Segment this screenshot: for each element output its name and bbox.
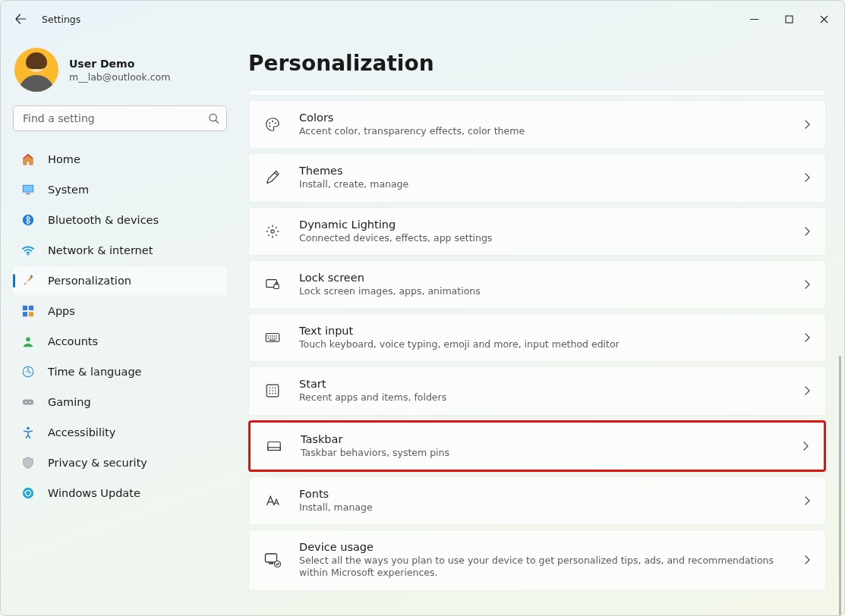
sidebar: User Demo m__lab@outlook.com Home System…	[1, 37, 235, 615]
chevron-right-icon	[802, 386, 812, 395]
setting-row-themes[interactable]: Themes Install, create, manage	[248, 153, 826, 202]
palette-icon	[263, 115, 282, 134]
svg-point-46	[270, 391, 271, 392]
svg-rect-10	[23, 312, 27, 316]
sidebar-item-label: Time & language	[48, 366, 142, 378]
lockscreen-icon	[263, 275, 282, 294]
svg-rect-0	[786, 16, 793, 23]
setting-row-colors[interactable]: Colors Accent color, transparency effect…	[248, 100, 826, 149]
setting-title: Lock screen	[299, 272, 786, 284]
settings-list: Colors Accent color, transparency effect…	[248, 90, 826, 591]
sidebar-item-accessibility[interactable]: Accessibility	[13, 418, 227, 447]
sidebar-item-gaming[interactable]: Gaming	[13, 388, 227, 416]
person-icon	[20, 334, 36, 349]
sidebar-item-home[interactable]: Home	[13, 145, 227, 174]
sidebar-item-accounts[interactable]: Accounts	[13, 327, 227, 356]
window-controls	[736, 7, 841, 31]
svg-point-6	[27, 253, 29, 255]
sidebar-nav: Home System Bluetooth & devices Network …	[13, 145, 227, 508]
setting-desc: Select all the ways you plan to use your…	[299, 555, 785, 580]
sidebar-item-label: Accounts	[48, 335, 98, 347]
sidebar-item-label: Windows Update	[48, 487, 140, 499]
setting-row-text-input[interactable]: Text input Touch keyboard, voice typing,…	[248, 313, 826, 362]
svg-point-27	[272, 235, 273, 236]
fonts-icon	[263, 491, 282, 511]
chevron-right-icon	[802, 227, 812, 236]
svg-point-23	[271, 230, 274, 233]
svg-rect-39	[274, 338, 275, 338]
sidebar-item-label: Privacy & security	[48, 457, 147, 469]
svg-rect-8	[23, 306, 27, 310]
profile-email: m__lab@outlook.com	[69, 71, 170, 83]
titlebar: Settings	[1, 1, 844, 37]
sidebar-item-windows-update[interactable]: Windows Update	[13, 479, 227, 508]
setting-row-dynamic-lighting[interactable]: Dynamic Lighting Connected devices, effe…	[248, 207, 826, 256]
close-icon	[820, 15, 828, 24]
clock-globe-icon	[20, 364, 36, 379]
setting-row-start[interactable]: Start Recent apps and items, folders	[248, 366, 826, 415]
chevron-right-icon	[801, 442, 810, 451]
setting-row-taskbar[interactable]: Taskbar Taskbar behaviors, system pins	[248, 420, 826, 472]
svg-rect-31	[268, 335, 269, 336]
svg-rect-41	[269, 340, 276, 341]
setting-title: Dynamic Lighting	[299, 218, 786, 231]
sidebar-item-system[interactable]: System	[13, 175, 227, 204]
svg-rect-32	[270, 335, 270, 336]
sidebar-item-apps[interactable]: Apps	[13, 297, 227, 325]
setting-title: Colors	[299, 112, 786, 124]
svg-point-21	[275, 122, 276, 124]
close-button[interactable]	[806, 7, 841, 31]
profile-name: User Demo	[69, 58, 170, 70]
setting-desc: Accent color, transparency effects, colo…	[299, 125, 786, 137]
setting-row-device-usage[interactable]: Device usage Select all the ways you pla…	[248, 530, 826, 591]
svg-point-20	[272, 121, 273, 122]
main-content: Personalization Colors Accent color, tra…	[235, 37, 844, 615]
minimize-button[interactable]	[736, 7, 771, 31]
svg-point-17	[27, 427, 30, 430]
setting-row-sliver[interactable]	[248, 90, 826, 96]
sidebar-item-bluetooth[interactable]: Bluetooth & devices	[13, 206, 227, 234]
setting-title: Themes	[299, 165, 786, 177]
svg-point-25	[277, 231, 278, 231]
sidebar-item-time-language[interactable]: Time & language	[13, 357, 227, 386]
page-title: Personalization	[248, 51, 826, 76]
svg-rect-11	[29, 312, 33, 316]
setting-row-lock-screen[interactable]: Lock screen Lock screen images, apps, an…	[248, 260, 826, 309]
avatar	[14, 48, 58, 92]
svg-rect-33	[272, 335, 273, 336]
svg-rect-40	[276, 338, 277, 338]
svg-rect-3	[24, 186, 33, 192]
wifi-icon	[20, 243, 36, 258]
taskbar-icon	[264, 436, 284, 456]
setting-row-fonts[interactable]: Fonts Install, manage	[248, 476, 826, 525]
setting-desc: Taskbar behaviors, system pins	[301, 447, 784, 459]
sidebar-item-privacy[interactable]: Privacy & security	[13, 448, 227, 477]
window-title: Settings	[42, 14, 80, 25]
svg-point-43	[270, 388, 271, 389]
profile-block[interactable]: User Demo m__lab@outlook.com	[13, 43, 227, 104]
sidebar-item-personalization[interactable]: Personalization	[13, 266, 227, 295]
svg-point-45	[275, 388, 276, 389]
search-input[interactable]	[13, 105, 227, 131]
scrollbar-thumb[interactable]	[839, 356, 841, 615]
chevron-right-icon	[802, 120, 812, 129]
svg-point-44	[272, 388, 273, 389]
svg-rect-36	[268, 338, 269, 338]
sidebar-item-network[interactable]: Network & internet	[13, 236, 227, 265]
svg-point-48	[275, 391, 276, 392]
sidebar-item-label: Home	[48, 153, 80, 165]
sidebar-item-label: Bluetooth & devices	[48, 214, 159, 226]
setting-desc: Connected devices, effects, app settings	[299, 232, 786, 244]
back-button[interactable]	[7, 5, 34, 33]
setting-title: Start	[299, 378, 786, 390]
maximize-icon	[785, 15, 793, 24]
svg-point-51	[275, 393, 276, 394]
sidebar-item-label: Apps	[48, 305, 75, 317]
svg-point-12	[26, 337, 30, 341]
sidebar-item-label: Network & internet	[48, 244, 153, 256]
svg-point-19	[269, 122, 270, 124]
setting-title: Fonts	[299, 488, 786, 500]
paintbrush-icon	[20, 273, 36, 288]
maximize-button[interactable]	[771, 7, 806, 31]
arrow-left-icon	[14, 13, 27, 25]
